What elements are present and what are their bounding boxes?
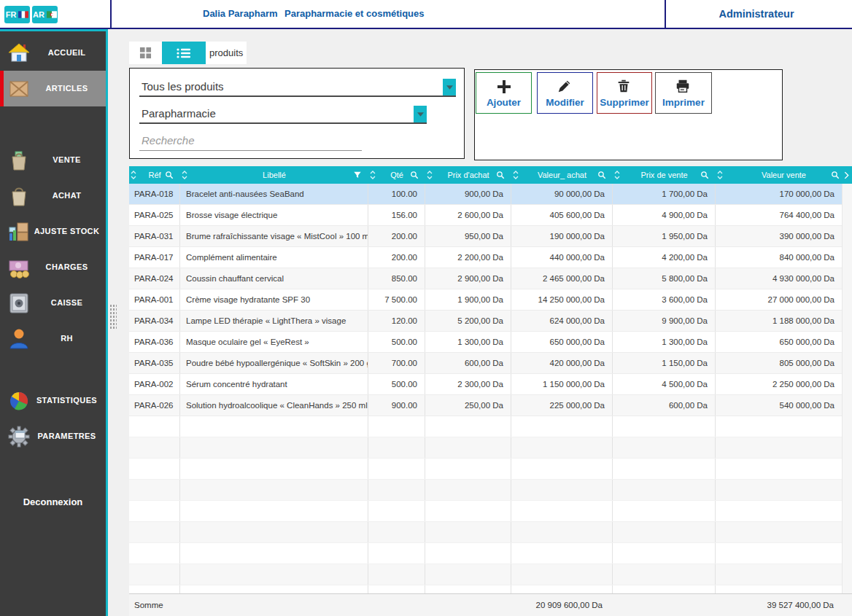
tab-list-view[interactable] bbox=[162, 42, 206, 64]
table-row[interactable]: PARA-031 Brume rafraîchissante visage « … bbox=[129, 226, 843, 247]
cell-prix-vente: 4 500,00 Da bbox=[613, 374, 716, 394]
column-header-libell-[interactable]: Libellé bbox=[180, 166, 368, 184]
money-icon bbox=[7, 256, 31, 279]
stock-icon bbox=[7, 220, 31, 243]
cell-valeur-achat: 650 000,00 Da bbox=[511, 332, 613, 352]
scroll-right-icon[interactable] bbox=[844, 171, 849, 179]
sidebar-item-charges[interactable]: CHARGES bbox=[0, 249, 106, 285]
table-row[interactable]: PARA-017 Complément alimentaire 200.00 2… bbox=[129, 247, 843, 268]
column-search-icon[interactable] bbox=[410, 171, 419, 179]
category-dropdown[interactable]: Tous les produits bbox=[139, 76, 456, 97]
cell-prix-achat: 600,00 Da bbox=[425, 353, 511, 373]
cell-ref bbox=[129, 564, 180, 585]
sidebar-item-ajuste-stock[interactable]: AJUSTE STOCK bbox=[0, 214, 106, 249]
column-header-valeur-achat[interactable]: Valeur_ achat bbox=[511, 166, 613, 184]
sort-caret-icon bbox=[131, 170, 136, 180]
pencil-icon bbox=[557, 78, 574, 95]
table-row[interactable]: PARA-026 Solution hydroalcoolique « Clea… bbox=[129, 395, 843, 416]
column-search-icon[interactable] bbox=[597, 171, 606, 179]
table-row[interactable]: PARA-034 Lampe LED thérapie « LightThera… bbox=[129, 311, 843, 332]
cell-prix-vente: 1 700,00 Da bbox=[613, 184, 716, 204]
cell-qte: 200.00 bbox=[368, 247, 425, 268]
cell-ref: PARA-035 bbox=[129, 353, 180, 373]
table-row[interactable]: PARA-018 Bracelet anti-nausées SeaBand 1… bbox=[129, 184, 843, 205]
sidebar-item-accueil[interactable]: ACCUEIL bbox=[0, 35, 106, 71]
sidebar-splitter-handle[interactable] bbox=[109, 304, 117, 329]
edit-button[interactable]: Modifier bbox=[537, 72, 593, 114]
column-header-r-f[interactable]: Réf bbox=[129, 166, 180, 184]
delete-button[interactable]: Supprimer bbox=[597, 72, 652, 114]
column-header-prix-de-vente[interactable]: Prix de vente bbox=[613, 166, 716, 184]
sort-caret-icon bbox=[182, 170, 187, 180]
cell-libelle bbox=[180, 522, 368, 542]
table-row[interactable]: PARA-025 Brosse visage électrique 156.00… bbox=[129, 205, 843, 226]
sidebar-item-parametres[interactable]: PARAMETRES bbox=[0, 418, 106, 454]
sidebar-item-achat[interactable]: ACHAT bbox=[0, 178, 106, 214]
add-button[interactable]: Ajouter bbox=[476, 72, 532, 114]
column-search-icon[interactable] bbox=[831, 171, 840, 179]
subcategory-dropdown-value[interactable]: Parapharmacie bbox=[139, 103, 427, 122]
cell-valeur-achat: 1 150 000,00 Da bbox=[511, 374, 613, 394]
summary-row: Somme 20 909 600,00 Da 39 527 400,00 Da bbox=[129, 593, 852, 616]
cell-valeur-achat bbox=[511, 437, 613, 458]
print-button[interactable]: Imprimer bbox=[655, 72, 712, 114]
cell-prix-achat: 2 900,00 Da bbox=[425, 268, 511, 289]
column-search-icon[interactable] bbox=[165, 171, 174, 179]
house-icon bbox=[7, 42, 31, 65]
sidebar-item-rh[interactable]: RH bbox=[0, 321, 106, 356]
language-fr-button[interactable]: FR bbox=[4, 6, 30, 23]
logout-button[interactable]: Deconnexion bbox=[0, 496, 106, 507]
language-ar-button[interactable]: AR bbox=[32, 6, 58, 23]
empty-row bbox=[129, 416, 843, 437]
subcategory-dropdown[interactable]: Parapharmacie bbox=[139, 103, 427, 124]
empty-row bbox=[129, 459, 843, 480]
column-header-label: Réf bbox=[148, 171, 160, 179]
column-search-icon[interactable] bbox=[496, 171, 505, 179]
sidebar-item-articles[interactable]: ARTICLES bbox=[0, 71, 106, 106]
column-header-label: Valeur vente bbox=[762, 171, 806, 179]
trash-icon bbox=[616, 78, 633, 95]
cell-prix-achat bbox=[425, 459, 511, 479]
cell-prix-achat: 5 200,00 Da bbox=[425, 311, 511, 331]
column-header-valeur-vente[interactable]: Valeur vente bbox=[716, 166, 852, 184]
cell-prix-achat bbox=[425, 522, 511, 542]
cell-prix-vente: 600,00 Da bbox=[613, 395, 716, 416]
sidebar-item-vente[interactable]: VENTE bbox=[0, 142, 106, 178]
column-header-prix-d-achat[interactable]: Prix d'achat bbox=[425, 166, 511, 184]
cell-valeur-achat: 2 465 000,00 Da bbox=[511, 268, 613, 289]
cell-ref: PARA-017 bbox=[129, 247, 180, 268]
cell-valeur-vente: 2 250 000,00 Da bbox=[716, 374, 843, 394]
column-header-qt-[interactable]: Qté bbox=[368, 166, 425, 184]
column-header-label: Libellé bbox=[263, 171, 286, 179]
cell-valeur-vente: 4 930 000,00 Da bbox=[716, 268, 843, 289]
cell-prix-vente: 1 300,00 Da bbox=[613, 332, 716, 352]
edit-button-label: Modifier bbox=[546, 97, 584, 108]
table-row[interactable]: PARA-024 Coussin chauffant cervical 850.… bbox=[129, 268, 843, 289]
bag-buy-icon bbox=[7, 184, 31, 208]
current-user-label: Administrateur bbox=[665, 0, 848, 28]
cell-prix-achat: 2 300,00 Da bbox=[425, 374, 511, 394]
filter-funnel-icon[interactable] bbox=[353, 171, 362, 179]
cell-prix-vente bbox=[613, 459, 716, 479]
table-row[interactable]: PARA-002 Sérum concentré hydratant 500.0… bbox=[129, 374, 843, 395]
cell-qte bbox=[368, 564, 425, 585]
table-row[interactable]: PARA-036 Masque oculaire gel « EyeRest »… bbox=[129, 332, 843, 353]
sidebar-item-statistiques[interactable]: STATISTIQUES bbox=[0, 383, 106, 418]
vertical-scrollbar[interactable] bbox=[842, 184, 852, 594]
tab-grid-view[interactable] bbox=[129, 42, 162, 64]
column-search-icon[interactable] bbox=[700, 171, 709, 179]
tab-produits[interactable]: produits bbox=[206, 42, 247, 64]
search-input[interactable] bbox=[139, 130, 362, 151]
cell-valeur-vente: 805 000,00 Da bbox=[716, 353, 843, 373]
subcategory-dropdown-arrow-icon[interactable] bbox=[414, 106, 427, 122]
table-row[interactable]: PARA-001 Crème visage hydratante SPF 30 … bbox=[129, 289, 843, 311]
cell-qte bbox=[368, 501, 425, 521]
cell-ref bbox=[129, 543, 180, 564]
cell-libelle bbox=[180, 564, 368, 585]
table-row[interactable]: PARA-035 Poudre bébé hypoallergénique « … bbox=[129, 353, 843, 374]
category-dropdown-value[interactable]: Tous les produits bbox=[139, 76, 456, 95]
category-dropdown-arrow-icon[interactable] bbox=[443, 79, 456, 95]
filter-panel: Tous les produits Parapharmacie bbox=[129, 68, 465, 159]
sidebar-item-caisse[interactable]: CAISSE bbox=[0, 285, 106, 321]
sort-caret-icon bbox=[370, 170, 376, 180]
